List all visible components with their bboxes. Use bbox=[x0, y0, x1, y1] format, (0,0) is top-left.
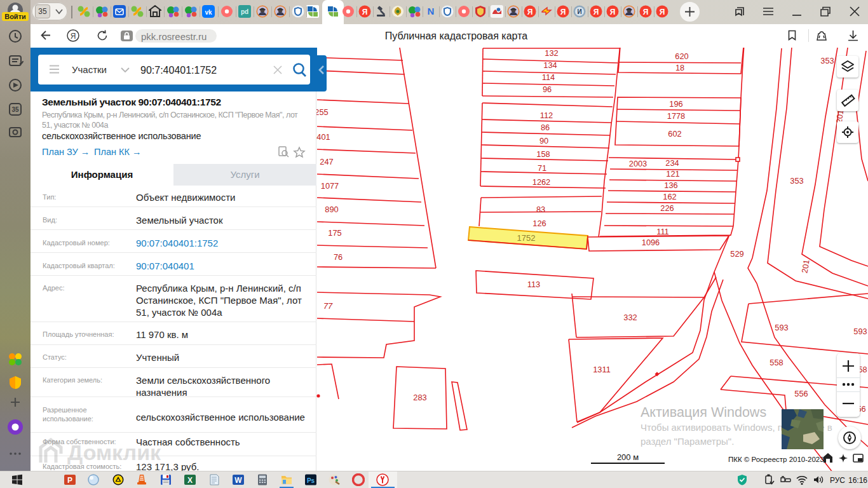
svg-text:1311: 1311 bbox=[593, 365, 611, 374]
svg-text:Я: Я bbox=[593, 8, 599, 17]
svg-text:N: N bbox=[428, 6, 435, 17]
svg-text:Я: Я bbox=[560, 8, 566, 17]
svg-text:2003: 2003 bbox=[629, 159, 647, 168]
svg-text:529: 529 bbox=[730, 249, 743, 259]
svg-text:226: 226 bbox=[660, 203, 674, 213]
svg-text:vk: vk bbox=[205, 9, 212, 16]
svg-text:111: 111 bbox=[656, 227, 668, 236]
svg-text:Я: Я bbox=[362, 8, 368, 17]
svg-text:Домклик: Домклик bbox=[67, 440, 161, 464]
svg-text:158: 158 bbox=[536, 149, 550, 159]
svg-text:1077: 1077 bbox=[321, 181, 339, 191]
svg-text:Активация Windows: Активация Windows bbox=[641, 405, 766, 420]
svg-text:593: 593 bbox=[853, 327, 867, 336]
svg-text:1262: 1262 bbox=[532, 177, 550, 187]
svg-text:556: 556 bbox=[794, 389, 808, 398]
svg-text:96: 96 bbox=[543, 85, 552, 94]
svg-text:175: 175 bbox=[328, 228, 341, 238]
svg-text:И: И bbox=[577, 8, 581, 15]
svg-text:71: 71 bbox=[538, 163, 546, 173]
svg-text:247: 247 bbox=[320, 157, 333, 166]
svg-text:196: 196 bbox=[669, 99, 682, 109]
svg-text:113: 113 bbox=[527, 280, 540, 289]
svg-text:200 м: 200 м bbox=[617, 452, 639, 462]
svg-text:раздел "Параметры".: раздел "Параметры". bbox=[641, 436, 734, 447]
svg-text:86: 86 bbox=[541, 123, 550, 132]
svg-text:593: 593 bbox=[775, 323, 788, 332]
svg-text:18: 18 bbox=[675, 63, 684, 72]
svg-text:234: 234 bbox=[665, 158, 679, 168]
svg-text:132: 132 bbox=[545, 48, 558, 58]
svg-text:35: 35 bbox=[11, 106, 19, 113]
svg-text:112: 112 bbox=[540, 111, 553, 120]
svg-text:1752: 1752 bbox=[517, 233, 536, 243]
svg-text:602: 602 bbox=[668, 129, 681, 139]
svg-text:83: 83 bbox=[536, 205, 545, 214]
svg-text:X: X bbox=[187, 476, 193, 485]
svg-text:1778: 1778 bbox=[667, 111, 685, 121]
svg-text:90:7:40401:1752: 90:7:40401:1752 bbox=[140, 65, 217, 76]
svg-text:77: 77 bbox=[323, 301, 333, 311]
svg-text:Я: Я bbox=[527, 8, 533, 17]
svg-text:890: 890 bbox=[325, 205, 338, 214]
svg-text:353: 353 bbox=[820, 56, 834, 65]
svg-text:353: 353 bbox=[790, 176, 803, 186]
svg-text:114: 114 bbox=[542, 72, 555, 82]
svg-text:401: 401 bbox=[316, 132, 330, 142]
svg-text:121: 121 bbox=[666, 169, 679, 179]
svg-text:283: 283 bbox=[413, 393, 426, 402]
svg-text:Войти: Войти bbox=[4, 13, 26, 20]
svg-text:1096: 1096 bbox=[642, 238, 660, 247]
svg-text:255: 255 bbox=[316, 107, 329, 117]
svg-text:W: W bbox=[234, 476, 242, 485]
svg-text:Ps: Ps bbox=[307, 477, 315, 484]
svg-text:136: 136 bbox=[664, 180, 677, 190]
svg-text:Я: Я bbox=[610, 8, 616, 17]
svg-text:pd: pd bbox=[241, 8, 248, 15]
svg-text:134: 134 bbox=[543, 60, 557, 70]
svg-text:Я: Я bbox=[660, 8, 665, 17]
svg-text:76: 76 bbox=[334, 252, 342, 262]
svg-text:90: 90 bbox=[539, 136, 548, 146]
svg-text:Я: Я bbox=[643, 8, 649, 17]
svg-text:620: 620 bbox=[675, 51, 688, 61]
svg-text:162: 162 bbox=[663, 192, 676, 201]
svg-text:558: 558 bbox=[770, 358, 783, 367]
svg-text:201: 201 bbox=[799, 259, 811, 274]
svg-text:332: 332 bbox=[623, 313, 637, 322]
svg-text:126: 126 bbox=[532, 219, 546, 228]
svg-text:P: P bbox=[67, 476, 72, 485]
svg-text:Участки: Участки bbox=[72, 64, 107, 75]
svg-text:ПКК © Росреестр 2010-2023: ПКК © Росреестр 2010-2023 bbox=[728, 456, 824, 463]
